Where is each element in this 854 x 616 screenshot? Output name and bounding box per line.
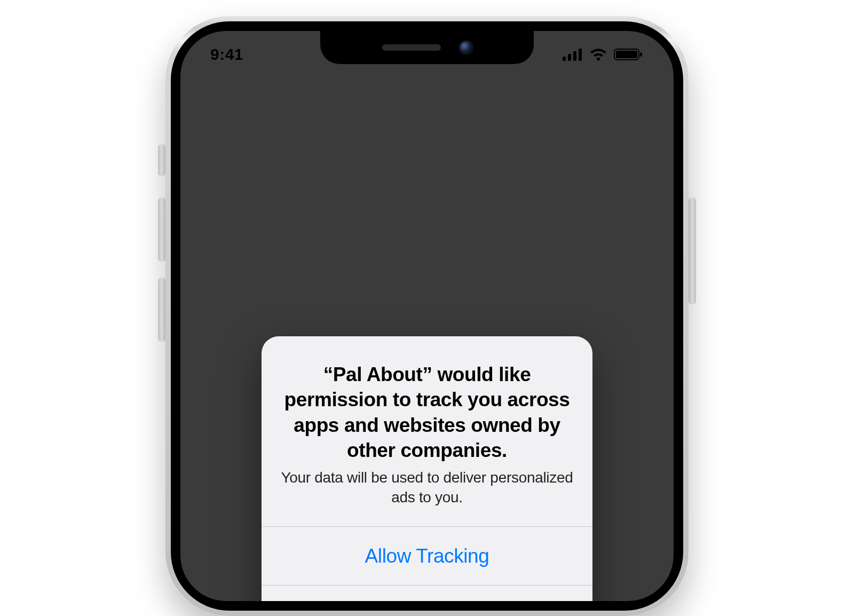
phone-screen: 9:41 [180, 31, 674, 601]
front-camera-icon [460, 42, 472, 53]
phone-bezel-inner: 9:41 [171, 21, 683, 611]
volume-up-button[interactable] [158, 198, 165, 262]
power-button[interactable] [689, 198, 696, 304]
phone-bezel-outer: 9:41 [165, 16, 689, 616]
battery-icon [614, 48, 644, 61]
mute-switch[interactable] [158, 144, 165, 176]
alert-subtitle: Your data will be used to deliver person… [281, 468, 573, 507]
tracking-permission-alert: “Pal About” would like permission to tra… [262, 336, 592, 601]
status-indicators [563, 48, 644, 61]
volume-down-button[interactable] [158, 278, 165, 342]
svg-rect-4 [614, 49, 639, 60]
alert-title: “Pal About” would like permission to tra… [281, 362, 573, 463]
earpiece-speaker [382, 44, 441, 51]
svg-rect-0 [563, 57, 566, 61]
allow-tracking-button[interactable]: Allow Tracking [262, 526, 592, 585]
svg-rect-5 [616, 51, 637, 58]
ask-not-to-track-button[interactable]: Ask App Not to Track [262, 585, 592, 601]
status-time: 9:41 [210, 45, 243, 64]
svg-rect-6 [640, 52, 642, 57]
wifi-icon [589, 48, 607, 61]
cellular-signal-icon [563, 48, 583, 61]
phone-frame: 9:41 [165, 16, 689, 616]
svg-rect-1 [568, 54, 571, 61]
svg-rect-2 [573, 51, 576, 61]
alert-body: “Pal About” would like permission to tra… [262, 336, 592, 526]
svg-rect-3 [579, 49, 582, 61]
notch [320, 31, 534, 64]
